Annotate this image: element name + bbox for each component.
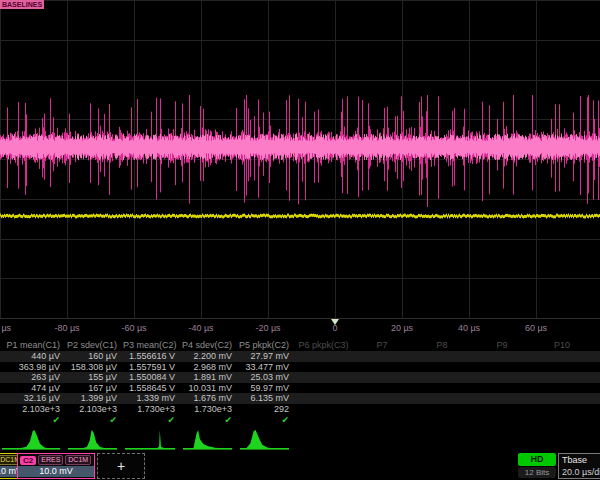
status-check-icon: ✔ <box>0 415 66 425</box>
measurement-table: P1 mean(C1)P2 sdev(C1)P3 mean(C2)P4 sdev… <box>0 338 600 426</box>
param-header-9[interactable]: P9 <box>472 340 532 350</box>
hd-mode-badge[interactable]: HD <box>518 453 556 466</box>
time-tick-label: -40 µs <box>188 323 213 333</box>
param-header-5[interactable]: P5 pkpk(C2) <box>238 340 295 350</box>
oscilloscope-screen: BASELINES -100 µs-80 µs-60 µs-40 µs-20 µ… <box>0 0 600 480</box>
measurement-value: 363.98 µV <box>0 362 66 372</box>
P4-histicon <box>181 427 238 452</box>
measurement-value: 167 µV <box>66 383 123 393</box>
time-tick-label: -60 µs <box>121 323 146 333</box>
time-tick-label: -20 µs <box>255 323 280 333</box>
param-header-2[interactable]: P2 sdev(C1) <box>66 340 123 350</box>
param-header-8[interactable]: P8 <box>412 340 472 350</box>
measurement-value: 1.891 mV <box>181 372 238 382</box>
measurement-value: 2.103e+3 <box>66 404 123 414</box>
measurement-value: 474 µV <box>0 383 66 393</box>
time-tick-label: 0 <box>332 323 337 333</box>
plus-icon: + <box>117 458 125 474</box>
measurement-value: 1.550084 V <box>123 372 181 382</box>
measurement-value: 2.968 mV <box>181 362 238 372</box>
measurement-stat-row: 474 µV167 µV1.558645 V10.031 mV59.97 mV <box>0 383 600 394</box>
status-check-icon: ✔ <box>181 415 238 425</box>
time-axis: -100 µs-80 µs-60 µs-40 µs-20 µs020 µs40 … <box>0 318 600 338</box>
measurement-value: 33.477 mV <box>238 362 295 372</box>
measurement-value: 27.97 mV <box>238 351 295 361</box>
P1-histicon <box>0 427 66 452</box>
measurement-value: 10.031 mV <box>181 383 238 393</box>
param-header-7[interactable]: P7 <box>352 340 412 350</box>
measurement-value: 2.200 mV <box>181 351 238 361</box>
measurement-histicons <box>0 427 600 452</box>
c2-channel-badge: C2 <box>20 456 36 465</box>
time-tick-label: 40 µs <box>458 323 480 333</box>
c2-coupling-badge: DC1M <box>65 455 91 465</box>
param-header-3[interactable]: P3 mean(C2) <box>123 340 181 350</box>
measurement-value: 155 µV <box>66 372 123 382</box>
measurement-value: 2.103e+3 <box>0 404 66 414</box>
timebase-descriptor[interactable]: Tbase 20.0 µs/div <box>558 453 600 479</box>
status-check-icon: ✔ <box>123 415 181 425</box>
measurement-value: 1.558645 V <box>123 383 181 393</box>
c2-eres-badge: ERES <box>38 455 63 465</box>
add-trace-button[interactable]: + <box>97 453 145 479</box>
measurement-value: 1.730e+3 <box>123 404 181 414</box>
trace-annotation-label: BASELINES <box>0 0 44 9</box>
timebase-scale: 20.0 µs/div <box>559 466 600 478</box>
param-header-1[interactable]: P1 mean(C1) <box>0 340 66 350</box>
measurement-value: 158.308 µV <box>66 362 123 372</box>
hd-bits-label: 12 Bits <box>518 467 556 478</box>
measurement-value: 160 µV <box>66 351 123 361</box>
measurement-value: 6.135 mV <box>238 393 295 403</box>
measurement-stat-row: 263 µV155 µV1.550084 V1.891 mV25.03 mV <box>0 372 600 383</box>
measurement-value: 1.676 mV <box>181 393 238 403</box>
timebase-title: Tbase <box>559 454 600 466</box>
measurement-value: 59.97 mV <box>238 383 295 393</box>
measurement-stat-row: 363.98 µV158.308 µV1.557591 V2.968 mV33.… <box>0 362 600 373</box>
channel-descriptor-c2[interactable]: C2 ERES DC1M 10.0 mV <box>17 453 95 479</box>
measurement-value: 292 <box>238 404 295 414</box>
measurement-value: 25.03 mV <box>238 372 295 382</box>
P3-histicon <box>123 427 181 452</box>
measurement-header-row: P1 mean(C1)P2 sdev(C1)P3 mean(C2)P4 sdev… <box>0 338 600 351</box>
measurement-value: 1.730e+3 <box>181 404 238 414</box>
param-header-6[interactable]: P6 pkpk(C3) <box>295 340 352 350</box>
measurement-value: 1.557591 V <box>123 362 181 372</box>
status-check-icon: ✔ <box>238 415 295 425</box>
measurement-value: 32.16 µV <box>0 393 66 403</box>
measurement-stat-row: 2.103e+32.103e+31.730e+31.730e+3292 <box>0 404 600 415</box>
time-tick-label: -100 µs <box>0 323 11 333</box>
measurement-value: 263 µV <box>0 372 66 382</box>
measurement-value: 440 µV <box>0 351 66 361</box>
P2-histicon <box>66 427 123 452</box>
P5-histicon <box>238 427 295 452</box>
param-header-4[interactable]: P4 sdev(C2) <box>181 340 238 350</box>
time-tick-label: -80 µs <box>54 323 79 333</box>
c2-scale-value: 10.0 mV <box>18 466 94 477</box>
measurement-stat-row: 440 µV160 µV1.556616 V2.200 mV27.97 mV <box>0 351 600 362</box>
measurement-status-row: ✔✔✔✔✔ <box>0 414 600 426</box>
bottom-bar: DC1M 10.0 mV C2 ERES DC1M 10.0 mV + HD 1… <box>0 452 600 480</box>
waveform-display[interactable] <box>0 0 600 318</box>
measurement-stat-row: 32.16 µV1.399 µV1.339 mV1.676 mV6.135 mV <box>0 393 600 404</box>
measurement-value: 1.399 µV <box>66 393 123 403</box>
time-tick-label: 60 µs <box>525 323 547 333</box>
param-header-10[interactable]: P10 <box>532 340 592 350</box>
status-check-icon: ✔ <box>66 415 123 425</box>
time-tick-label: 20 µs <box>391 323 413 333</box>
measurement-value: 1.556616 V <box>123 351 181 361</box>
measurement-value: 1.339 mV <box>123 393 181 403</box>
